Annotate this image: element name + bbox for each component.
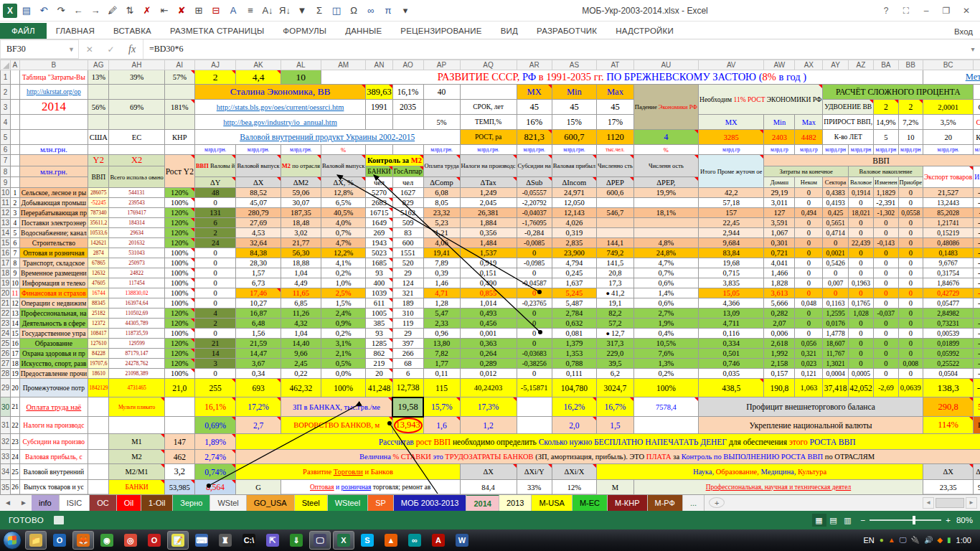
tray-avast-icon[interactable]: ◆ (937, 536, 943, 545)
cell[interactable]: -1,63 (974, 288, 980, 298)
firefox-taskbar-button[interactable]: 🦊 (72, 531, 94, 550)
cell[interactable]: Операции с недвижим (19, 298, 88, 309)
cell[interactable]: 4,794 (552, 258, 596, 268)
cell[interactable]: 1,992 (764, 349, 795, 359)
cell[interactable]: 69% (109, 100, 164, 115)
cell[interactable]: http://ukrstat.org/op (19, 85, 88, 100)
cell[interactable]: 0,111 (552, 369, 596, 379)
cell[interactable]: 385 (366, 319, 392, 329)
cell[interactable]: Субсидии на произво (19, 434, 88, 450)
column-header-AG[interactable]: AG (88, 60, 109, 70)
cell[interactable]: 2,158 (764, 359, 795, 369)
cell[interactable]: 26 (11, 480, 20, 495)
cell[interactable]: 0,456 (460, 319, 517, 329)
cell[interactable]: 1005 (366, 309, 392, 319)
cell[interactable]: 144,1 (597, 238, 634, 248)
cell[interactable]: Итого Проме жуточн ое (699, 155, 764, 188)
cell[interactable]: Оптовая и розничная торговля; ремонт ав (281, 480, 460, 495)
cell[interactable]: 3,2 (164, 464, 194, 480)
cell[interactable]: Искусство, спорт, разв (19, 359, 88, 369)
cell[interactable]: 0,282 (764, 309, 795, 319)
cell[interactable]: 4,1% (321, 258, 365, 268)
cell[interactable]: -106 (974, 208, 980, 218)
row-header-30[interactable]: 30 (1, 397, 11, 417)
cell[interactable]: Сектора (823, 177, 849, 188)
cell[interactable]: БАНКИ (366, 166, 392, 177)
cell[interactable]: 18,48 (281, 218, 321, 228)
cell[interactable]: 0 (898, 198, 923, 208)
cell[interactable] (11, 115, 20, 130)
cell[interactable]: 1,028 (848, 309, 873, 319)
cell[interactable]: 24,8% (633, 248, 698, 258)
column-header-AW[interactable]: AW (764, 60, 795, 70)
row-header-28[interactable]: 28 (1, 369, 11, 379)
cell[interactable]: 6,08 (423, 188, 460, 198)
cell[interactable]: 0,746 (699, 359, 764, 369)
sheet-tab-1-Oil[interactable]: 1-Oil (141, 494, 173, 511)
cell[interactable]: 20,8 (597, 268, 634, 278)
cell[interactable]: 2,784 (552, 309, 596, 319)
cell[interactable] (164, 417, 194, 434)
cell[interactable]: 14 (11, 319, 20, 329)
cell[interactable]: 19,68 (699, 258, 764, 268)
cell[interactable]: РАСЧЁТ СЛОЖНОГО ПРОЦЕНТА (823, 85, 974, 100)
hscroll-right-icon[interactable]: ► (966, 497, 977, 509)
cell[interactable]: 0 (517, 288, 552, 298)
cell[interactable]: Валовой внутренний продукт Украины 2002-… (194, 130, 460, 145)
cell[interactable] (164, 85, 194, 100)
cell[interactable]: 9,684 (699, 238, 764, 248)
cell[interactable]: 8,564 (194, 480, 236, 495)
cell[interactable]: М2 по отрасля (281, 155, 321, 177)
cell[interactable]: 0 (898, 278, 923, 288)
language-indicator[interactable]: EN (864, 536, 875, 545)
cell[interactable]: 4,711 (699, 319, 764, 329)
macro-record-icon[interactable] (54, 516, 64, 524)
insert-rows-icon[interactable]: ⇅ (122, 3, 138, 19)
cell[interactable]: 0,31754 (923, 268, 974, 278)
cell[interactable]: 44305,789 (109, 319, 164, 329)
cell[interactable] (11, 155, 20, 166)
cell[interactable]: 2035 (392, 100, 423, 115)
cell[interactable]: Численно сть (597, 155, 634, 177)
cell[interactable]: 438,5 (699, 379, 764, 397)
cell[interactable]: 138,3 (923, 379, 974, 397)
cell[interactable]: 3,835 (699, 278, 764, 288)
ribbon-tab-надстройки[interactable]: НАДСТРОЙКИ (606, 24, 683, 39)
cell[interactable]: 4,7% (633, 258, 698, 268)
enter-formula-icon[interactable]: ✓ (107, 44, 114, 55)
cell[interactable]: Валовой выпуск (321, 155, 365, 177)
cell[interactable]: 16,2% (552, 397, 596, 417)
cell[interactable]: 0,0004 (823, 369, 849, 379)
cell[interactable]: -52245 (88, 198, 109, 208)
sheet-tab-МОБ 2003-2013[interactable]: МОБ 2003-2013 (394, 494, 467, 511)
cell[interactable]: 48 (194, 188, 236, 198)
cell[interactable]: 13 (11, 309, 20, 319)
cell[interactable]: 0 (194, 278, 236, 288)
cell[interactable]: 0 (795, 198, 823, 208)
cell[interactable]: 4,026 (552, 218, 596, 228)
cell[interactable]: Перерабатывающая пр (19, 208, 88, 218)
cell[interactable]: 1991 (366, 100, 392, 115)
cell[interactable]: 0 (517, 329, 552, 339)
cell[interactable]: 0 (795, 288, 823, 298)
cell[interactable]: 35611,2 (88, 218, 109, 228)
cell[interactable]: 4,7% (321, 238, 365, 248)
cell[interactable]: 1,0% (321, 278, 365, 288)
cell[interactable]: ΔSub (517, 177, 552, 188)
cell[interactable]: 0 (517, 319, 552, 329)
cell[interactable]: 88345 (88, 298, 109, 309)
column-header-AZ[interactable]: AZ (848, 60, 873, 70)
cell[interactable]: 10 (898, 130, 923, 145)
sheet-tab-ISIC[interactable]: ISIC (60, 494, 90, 511)
cell[interactable]: 0,919 (460, 258, 517, 268)
cell[interactable] (109, 115, 164, 130)
cell[interactable]: Государственное упра (19, 329, 88, 339)
cell[interactable]: 862 (366, 349, 392, 359)
cell[interactable]: -0,16 (974, 298, 980, 309)
cell[interactable]: 5162 (392, 208, 423, 218)
cell[interactable]: 0 (848, 258, 873, 268)
cell[interactable]: 290,8 (923, 397, 974, 417)
cell[interactable]: ЕС (109, 130, 164, 145)
cancel-formula-icon[interactable]: ✕ (86, 44, 93, 55)
cell[interactable]: ВОРОВСТВО БАНКОВ, м (281, 417, 392, 434)
